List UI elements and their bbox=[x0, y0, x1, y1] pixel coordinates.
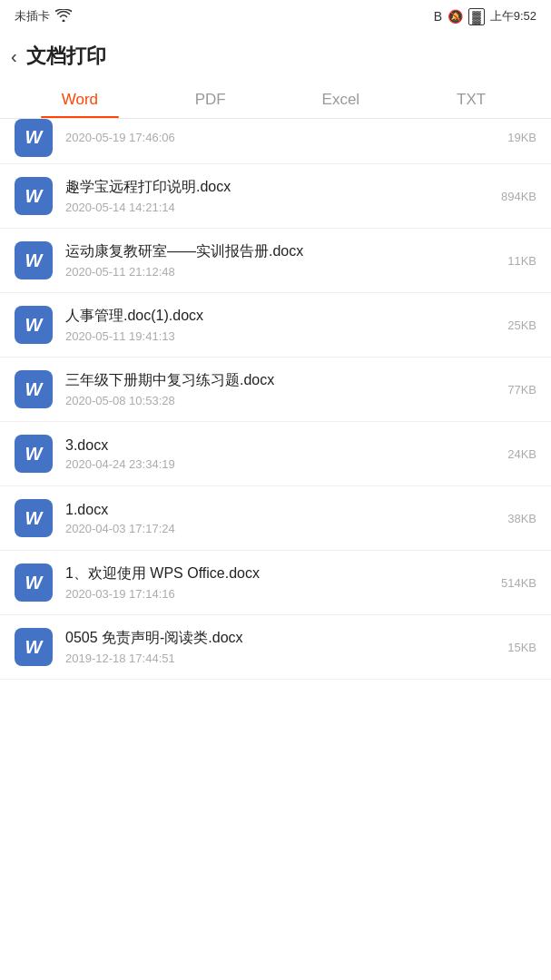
file-date-partial: 2020-05-19 17:46:06 bbox=[65, 131, 498, 144]
file-name-4: 3.docx bbox=[65, 437, 498, 454]
file-date-6: 2020-03-19 17:14:16 bbox=[65, 587, 492, 601]
list-item[interactable]: W 3.docx 2020-04-24 23:34:19 24KB bbox=[0, 422, 551, 486]
tab-word[interactable]: Word bbox=[15, 80, 145, 118]
file-date-2: 2020-05-11 19:41:13 bbox=[65, 329, 498, 343]
tab-excel[interactable]: Excel bbox=[276, 80, 407, 118]
file-size-5: 38KB bbox=[507, 512, 536, 525]
list-item[interactable]: W 三年级下册期中复习练习题.docx 2020-05-08 10:53:28 … bbox=[0, 358, 551, 422]
word-file-icon-7: W bbox=[15, 628, 53, 666]
file-info-6: 1、欢迎使用 WPS Office.docx 2020-03-19 17:14:… bbox=[65, 564, 492, 601]
file-info-5: 1.docx 2020-04-03 17:17:24 bbox=[65, 502, 498, 535]
file-date-3: 2020-05-08 10:53:28 bbox=[65, 394, 498, 407]
list-item[interactable]: W 1、欢迎使用 WPS Office.docx 2020-03-19 17:1… bbox=[0, 551, 551, 615]
list-item-partial[interactable]: W 2020-05-19 17:46:06 19KB bbox=[0, 119, 551, 164]
file-date-7: 2019-12-18 17:44:51 bbox=[65, 652, 498, 665]
status-right: B 🔕 ▓ 上午9:52 bbox=[434, 8, 536, 25]
word-file-icon-2: W bbox=[15, 306, 53, 344]
file-size-6: 514KB bbox=[501, 576, 536, 590]
word-file-icon-6: W bbox=[15, 564, 53, 602]
no-sim-label: 未插卡 bbox=[15, 8, 50, 24]
word-file-icon-4: W bbox=[15, 435, 53, 473]
word-file-icon: W bbox=[15, 119, 53, 157]
file-name-1: 运动康复教研室——实训报告册.docx bbox=[65, 242, 498, 261]
file-info-0: 趣学宝远程打印说明.docx 2020-05-14 14:21:14 bbox=[65, 178, 492, 214]
list-item[interactable]: W 运动康复教研室——实训报告册.docx 2020-05-11 21:12:4… bbox=[0, 229, 551, 293]
file-name-3: 三年级下册期中复习练习题.docx bbox=[65, 371, 498, 390]
word-file-icon-0: W bbox=[15, 177, 53, 215]
file-info-3: 三年级下册期中复习练习题.docx 2020-05-08 10:53:28 bbox=[65, 371, 498, 407]
file-name-0: 趣学宝远程打印说明.docx bbox=[65, 178, 492, 197]
tab-bar: Word PDF Excel TXT bbox=[0, 80, 551, 119]
file-name-6: 1、欢迎使用 WPS Office.docx bbox=[65, 564, 492, 583]
wifi-icon bbox=[55, 9, 72, 24]
status-left: 未插卡 bbox=[15, 8, 72, 24]
list-item[interactable]: W 1.docx 2020-04-03 17:17:24 38KB bbox=[0, 486, 551, 551]
word-file-icon-1: W bbox=[15, 241, 53, 279]
tab-txt[interactable]: TXT bbox=[406, 80, 536, 118]
bluetooth-icon: B bbox=[434, 9, 442, 24]
word-file-icon-5: W bbox=[15, 499, 53, 537]
status-bar: 未插卡 B 🔕 ▓ 上午9:52 bbox=[0, 0, 551, 33]
file-size-4: 24KB bbox=[507, 447, 536, 461]
file-date-4: 2020-04-24 23:34:19 bbox=[65, 457, 498, 471]
word-file-icon-3: W bbox=[15, 370, 53, 408]
back-button[interactable]: ‹ bbox=[11, 46, 17, 67]
file-info-1: 运动康复教研室——实训报告册.docx 2020-05-11 21:12:48 bbox=[65, 242, 498, 279]
file-date-5: 2020-04-03 17:17:24 bbox=[65, 522, 498, 535]
bell-icon: 🔕 bbox=[448, 9, 463, 24]
file-name-2: 人事管理.doc(1).docx bbox=[65, 307, 498, 326]
battery-icon: ▓ bbox=[468, 8, 484, 25]
tab-pdf[interactable]: PDF bbox=[145, 80, 276, 118]
file-size-3: 77KB bbox=[507, 383, 536, 397]
file-size-1: 11KB bbox=[507, 254, 536, 268]
time-display: 上午9:52 bbox=[490, 8, 536, 24]
file-size-7: 15KB bbox=[507, 641, 536, 654]
header: ‹ 文档打印 bbox=[0, 33, 551, 80]
file-list: W 趣学宝远程打印说明.docx 2020-05-14 14:21:14 894… bbox=[0, 164, 551, 680]
file-info-2: 人事管理.doc(1).docx 2020-05-11 19:41:13 bbox=[65, 307, 498, 343]
list-item[interactable]: W 趣学宝远程打印说明.docx 2020-05-14 14:21:14 894… bbox=[0, 164, 551, 229]
file-name-5: 1.docx bbox=[65, 502, 498, 518]
file-info-partial: 2020-05-19 17:46:06 bbox=[65, 131, 498, 144]
file-date-0: 2020-05-14 14:21:14 bbox=[65, 201, 492, 214]
file-info-4: 3.docx 2020-04-24 23:34:19 bbox=[65, 437, 498, 471]
file-size-0: 894KB bbox=[501, 190, 536, 203]
file-size-partial: 19KB bbox=[507, 131, 536, 144]
file-date-1: 2020-05-11 21:12:48 bbox=[65, 265, 498, 279]
file-name-7: 0505 免责声明-阅读类.docx bbox=[65, 629, 498, 648]
list-item[interactable]: W 0505 免责声明-阅读类.docx 2019-12-18 17:44:51… bbox=[0, 615, 551, 680]
page-title: 文档打印 bbox=[26, 43, 106, 70]
list-item[interactable]: W 人事管理.doc(1).docx 2020-05-11 19:41:13 2… bbox=[0, 293, 551, 358]
file-info-7: 0505 免责声明-阅读类.docx 2019-12-18 17:44:51 bbox=[65, 629, 498, 665]
file-size-2: 25KB bbox=[507, 318, 536, 332]
